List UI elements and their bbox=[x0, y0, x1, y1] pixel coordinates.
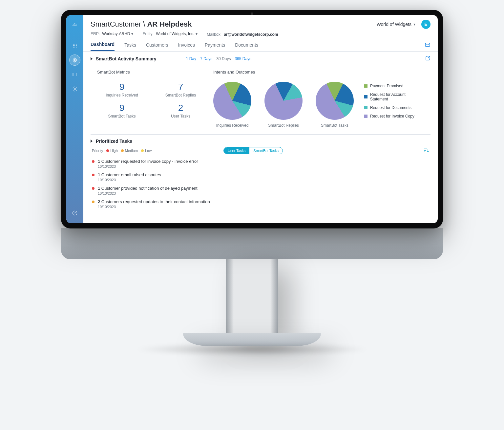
priority-level-label: High bbox=[110, 149, 118, 153]
sidebar-item-docs[interactable] bbox=[69, 69, 80, 80]
priority-levels: HighMediumLow bbox=[106, 149, 152, 153]
sort-icon[interactable] bbox=[423, 147, 429, 154]
task-row[interactable]: 1 Customer email raised disputes10/10/20… bbox=[91, 170, 430, 183]
tab-invoices[interactable]: Invoices bbox=[178, 42, 195, 51]
pie-label: SmartBot Tasks bbox=[316, 123, 354, 128]
metric-label: SmartBot Tasks bbox=[97, 114, 147, 118]
range-30-days[interactable]: 30 Days bbox=[216, 56, 231, 61]
svg-point-2 bbox=[75, 24, 76, 24]
task-row[interactable]: 1 Customer provided notification of dela… bbox=[91, 183, 430, 197]
sidebar-item-help[interactable] bbox=[69, 207, 80, 219]
svg-point-3 bbox=[73, 25, 74, 25]
svg-point-0 bbox=[74, 23, 75, 24]
metrics-row: SmartBot Metrics 9Inquiries Received7Sma… bbox=[91, 62, 430, 135]
sidebar-item-smartcustomer[interactable] bbox=[69, 54, 80, 66]
metrics-column: SmartBot Metrics 9Inquiries Received7Sma… bbox=[97, 70, 205, 128]
pill-user-tasks[interactable]: User Tasks bbox=[224, 147, 249, 154]
task-date: 10/10/2023 bbox=[92, 191, 429, 195]
prioritized-title: Prioritized Tasks bbox=[96, 139, 132, 144]
erp-dropdown[interactable]: Workday-ARHD ▾ bbox=[102, 32, 133, 37]
mail-icon[interactable] bbox=[425, 42, 430, 51]
priority-level: High bbox=[106, 149, 118, 153]
metric-card: 2User Tasks bbox=[156, 103, 205, 118]
mailbox-label: Mailbox: bbox=[207, 32, 221, 37]
prioritized-section: Prioritized Tasks Priority HighMediumLow… bbox=[83, 135, 438, 213]
svg-point-20 bbox=[73, 58, 77, 62]
svg-point-15 bbox=[74, 45, 75, 46]
svg-rect-22 bbox=[73, 73, 77, 76]
legend-item: Request for Invoice Copy bbox=[364, 114, 424, 118]
collapse-toggle-icon[interactable] bbox=[91, 140, 93, 143]
entity-dropdown[interactable]: World of Widgets, Inc. ▾ bbox=[156, 32, 198, 37]
task-date: 10/10/2023 bbox=[92, 178, 429, 182]
tab-dashboard[interactable]: Dashboard bbox=[91, 42, 115, 51]
legend-item: Payment Promised bbox=[364, 84, 424, 88]
date-range-filter: 1 Day7 Days30 Days365 Days bbox=[186, 56, 251, 61]
legend-label: Request for Account Statement bbox=[370, 92, 424, 101]
svg-point-17 bbox=[73, 47, 74, 47]
tab-payments[interactable]: Payments bbox=[205, 42, 225, 51]
erp-label: ERP: bbox=[91, 32, 100, 36]
entity-label: Entity: bbox=[142, 32, 153, 36]
task-type-toggle: User TasksSmartBot Tasks bbox=[223, 147, 283, 154]
metric-value: 2 bbox=[156, 103, 205, 113]
task-description: 1 Customer provided notification of dela… bbox=[98, 186, 198, 191]
priority-level: Low bbox=[141, 149, 152, 153]
legend-item: Request for Account Statement bbox=[364, 92, 424, 101]
tab-customers[interactable]: Customers bbox=[146, 42, 168, 51]
main-content: SmartCustomer \ AR Helpdesk World of Wid… bbox=[83, 15, 438, 223]
svg-point-11 bbox=[73, 44, 74, 44]
range-7-days[interactable]: 7 Days bbox=[200, 56, 212, 61]
svg-point-9 bbox=[75, 25, 76, 26]
task-row[interactable]: 2 Customers requested updates to their c… bbox=[91, 197, 430, 210]
page-title: SmartCustomer \ AR Helpdesk bbox=[91, 20, 192, 29]
pie-0 bbox=[213, 82, 251, 120]
entity-value: World of Widgets, Inc. bbox=[156, 32, 194, 36]
svg-point-4 bbox=[74, 24, 75, 25]
prioritized-head: Prioritized Tasks bbox=[91, 139, 430, 144]
org-name: World of Widgets bbox=[377, 22, 411, 27]
sidebar bbox=[66, 15, 83, 223]
export-icon[interactable] bbox=[425, 55, 430, 62]
range-365-days[interactable]: 365 Days bbox=[235, 56, 251, 61]
pie-row: Inquiries ReceivedSmartBot RepliesSmartB… bbox=[213, 82, 354, 128]
task-row[interactable]: 1 Customer requested for invoice copy - … bbox=[91, 156, 430, 170]
monitor-chin bbox=[61, 228, 443, 259]
pill-smartbot-tasks[interactable]: SmartBot Tasks bbox=[249, 147, 283, 154]
legend-label: Request for Invoice Copy bbox=[370, 114, 414, 118]
collapse-toggle-icon[interactable] bbox=[91, 57, 93, 60]
avatar[interactable]: E bbox=[421, 20, 430, 29]
org-selector[interactable]: World of Widgets ▾ bbox=[377, 22, 415, 27]
intents-title: Intents and Outcomes bbox=[213, 70, 424, 75]
svg-point-7 bbox=[74, 25, 74, 26]
sidebar-item-apps[interactable] bbox=[69, 40, 80, 51]
chevron-down-icon: ▾ bbox=[196, 32, 198, 36]
legend-label: Request for Documents bbox=[370, 105, 411, 110]
svg-point-6 bbox=[73, 25, 73, 26]
legend-swatch bbox=[364, 115, 368, 118]
priority-label: Priority bbox=[92, 149, 103, 153]
range-1-day[interactable]: 1 Day bbox=[186, 56, 196, 61]
svg-point-21 bbox=[74, 59, 75, 61]
activity-section: SmartBot Activity Summary 1 Day7 Days30 … bbox=[83, 52, 438, 135]
metric-value: 7 bbox=[156, 82, 205, 92]
task-date: 10/10/2023 bbox=[92, 164, 429, 168]
task-date: 10/10/2023 bbox=[92, 205, 429, 209]
chart-legend: Payment PromisedRequest for Account Stat… bbox=[364, 82, 424, 118]
task-priority-dot bbox=[92, 174, 94, 176]
filter-bar: ERP: Workday-ARHD ▾ Entity: World of Wid… bbox=[83, 29, 438, 37]
tab-documents[interactable]: Documents bbox=[235, 42, 258, 51]
mailbox-value: ar@worldofwidgetscorp.com bbox=[224, 32, 278, 37]
metrics-grid: 9Inquiries Received7SmartBot Replies9Sma… bbox=[97, 82, 205, 118]
svg-point-8 bbox=[74, 25, 75, 26]
sidebar-item-settings[interactable] bbox=[69, 83, 80, 95]
monitor-bezel: SmartCustomer \ AR Helpdesk World of Wid… bbox=[61, 10, 443, 228]
app-logo-icon[interactable] bbox=[69, 20, 80, 31]
task-description: 2 Customers requested updates to their c… bbox=[98, 199, 210, 204]
priority-dot bbox=[106, 149, 109, 152]
app-screen: SmartCustomer \ AR Helpdesk World of Wid… bbox=[66, 15, 438, 223]
svg-point-16 bbox=[76, 45, 76, 46]
svg-point-23 bbox=[74, 88, 76, 90]
tab-tasks[interactable]: Tasks bbox=[124, 42, 136, 51]
priority-level: Medium bbox=[121, 149, 138, 153]
